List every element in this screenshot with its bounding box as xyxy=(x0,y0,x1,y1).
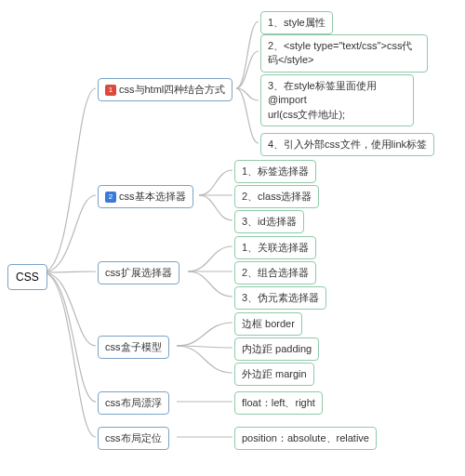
root-label: CSS xyxy=(16,271,39,284)
badge-2: 2 xyxy=(105,192,116,203)
badge-1: 1 xyxy=(105,85,116,96)
branch-label: css布局漂浮 xyxy=(105,397,162,408)
leaf[interactable]: 2、class选择器 xyxy=(234,185,319,208)
branch-label: css布局定位 xyxy=(105,432,162,443)
leaf[interactable]: 内边距 padding xyxy=(234,337,319,361)
leaf[interactable]: 外边距 margin xyxy=(234,363,314,386)
leaf[interactable]: position：absolute、relative xyxy=(234,427,377,450)
branch-label: css盒子模型 xyxy=(105,341,162,352)
branch-css-html-combine[interactable]: 1css与html四种结合方式 xyxy=(98,78,232,101)
branch-position[interactable]: css布局定位 xyxy=(98,427,169,450)
leaf[interactable]: 3、伪元素选择器 xyxy=(234,286,326,310)
leaf[interactable]: 1、关联选择器 xyxy=(234,236,316,259)
leaf[interactable]: 1、标签选择器 xyxy=(234,160,316,183)
branch-float[interactable]: css布局漂浮 xyxy=(98,391,169,415)
leaf[interactable]: float：left、right xyxy=(234,391,323,415)
leaf[interactable]: 4、引入外部css文件，使用link标签 xyxy=(260,133,434,156)
branch-label: css基本选择器 xyxy=(119,191,186,202)
branch-ext-selector[interactable]: css扩展选择器 xyxy=(98,261,179,284)
root-node[interactable]: CSS xyxy=(7,264,47,290)
branch-basic-selector[interactable]: 2css基本选择器 xyxy=(98,185,193,208)
leaf[interactable]: 2、<style type="text/css">css代码</style> xyxy=(260,34,428,73)
leaf[interactable]: 3、在style标签里面使用 @import url(css文件地址); xyxy=(260,74,414,126)
leaf[interactable]: 1、style属性 xyxy=(260,11,333,34)
branch-box-model[interactable]: css盒子模型 xyxy=(98,336,169,359)
leaf[interactable]: 3、id选择器 xyxy=(234,210,304,233)
branch-label: css扩展选择器 xyxy=(105,267,172,278)
leaf[interactable]: 2、组合选择器 xyxy=(234,261,316,284)
branch-label: css与html四种结合方式 xyxy=(119,84,225,95)
leaf[interactable]: 边框 border xyxy=(234,312,302,336)
